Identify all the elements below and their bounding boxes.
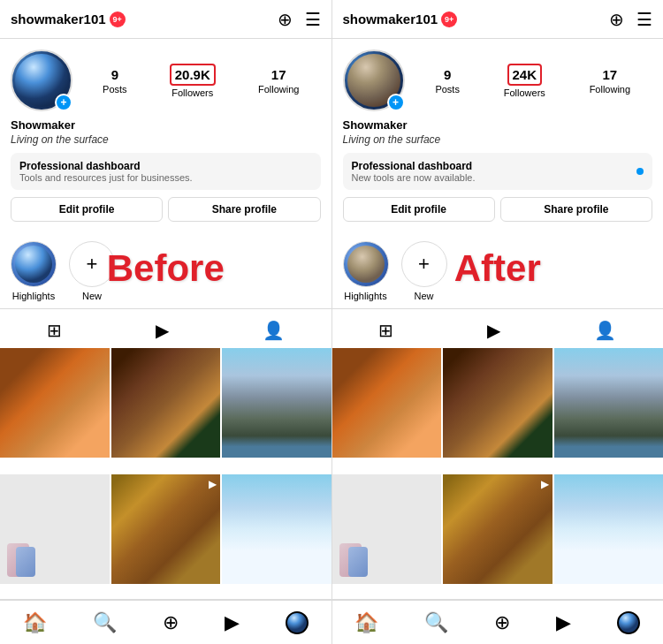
left-highlight-item-2[interactable]: + New (69, 241, 115, 301)
left-profile-nav[interactable] (286, 611, 309, 634)
left-profile-name: Showmaker (11, 118, 321, 132)
right-profile-nav[interactable] (617, 611, 640, 634)
left-profile-bio: Living on the surface (11, 133, 321, 146)
right-pro-dashboard-text: Professional dashboard New tools are now… (352, 160, 476, 183)
left-tagged-tab[interactable]: 👤 (255, 316, 292, 345)
right-add-icon[interactable]: ⊕ (494, 611, 510, 634)
left-stats-container: 9 Posts 20.9K Followers 17 Following (81, 64, 321, 98)
right-search-icon[interactable]: 🔍 (424, 611, 448, 634)
left-edit-profile-btn[interactable]: Edit profile (11, 197, 163, 222)
left-notification-badge: 9+ (110, 11, 126, 27)
left-grid-tab[interactable]: ⊞ (40, 316, 69, 345)
left-highlight-circle-1 (11, 241, 57, 287)
left-photo-grid: ▶ (0, 348, 332, 599)
right-grid-cell-6 (554, 474, 664, 584)
left-grid-cell-5: ▶ (111, 474, 221, 584)
right-tabs-row: ⊞ ▶ 👤 (332, 308, 664, 348)
left-following-label: Following (258, 84, 299, 95)
right-avatar-add[interactable]: + (387, 94, 405, 111)
left-reels-tab[interactable]: ▶ (149, 316, 176, 345)
left-button-row: Edit profile Share profile (11, 197, 321, 222)
right-new-circle: + (401, 241, 447, 287)
left-pro-dashboard[interactable]: Professional dashboard Tools and resourc… (11, 153, 321, 190)
right-reels-tab[interactable]: ▶ (480, 316, 507, 345)
right-tagged-tab[interactable]: 👤 (587, 316, 623, 345)
right-profile-section: + 9 Posts 24K Followers 17 Following (332, 39, 664, 238)
right-notification-badge: 9+ (441, 11, 457, 27)
right-highlight-label-1: Highlights (344, 291, 386, 301)
left-new-circle: + (69, 241, 115, 287)
left-username: showmaker101 9+ (11, 11, 126, 27)
right-pro-title: Professional dashboard (352, 160, 476, 172)
right-profile-name: Showmaker (343, 118, 653, 132)
left-pro-subtitle: Tools and resources just for businesses. (19, 172, 193, 183)
right-following-label: Following (590, 84, 630, 95)
left-posts-value: 9 (111, 67, 118, 82)
right-pro-subtitle: New tools are now available. (352, 172, 476, 183)
left-grid-cell-2 (111, 348, 221, 458)
left-tabs-row: ⊞ ▶ 👤 (0, 308, 332, 348)
left-nav-icons: ⊕ ☰ (278, 9, 321, 30)
right-grid-cell-3 (554, 348, 664, 458)
right-highlight-item-1[interactable]: Highlights (343, 241, 389, 301)
right-following-value: 17 (603, 67, 618, 82)
right-posts-label: Posts (435, 84, 460, 95)
left-pro-title: Professional dashboard (19, 160, 193, 172)
right-bottom-nav: 🏠 🔍 ⊕ ▶ (332, 600, 664, 644)
right-highlight-item-2[interactable]: + New (401, 241, 447, 301)
left-following-value: 17 (271, 67, 286, 82)
right-pro-dashboard[interactable]: Professional dashboard New tools are now… (343, 153, 653, 190)
right-grid-cell-4 (332, 474, 442, 584)
right-grid-cell-1 (332, 348, 442, 458)
add-post-icon[interactable]: ⊕ (278, 9, 293, 30)
right-photo-grid: ▶ (332, 348, 664, 599)
right-posts-value: 9 (444, 67, 451, 82)
left-highlight-label-2: New (82, 291, 102, 301)
right-grid-tab[interactable]: ⊞ (371, 316, 400, 345)
left-highlight-label-1: Highlights (12, 291, 55, 301)
right-stats-container: 9 Posts 24K Followers 17 Following (414, 64, 653, 98)
left-reels-nav-icon[interactable]: ▶ (225, 611, 240, 634)
right-highlights-row: Highlights + New (332, 238, 664, 308)
right-reels-nav-icon[interactable]: ▶ (556, 611, 571, 634)
left-pro-dashboard-text: Professional dashboard Tools and resourc… (19, 160, 193, 183)
left-stat-followers: 20.9K Followers (170, 64, 216, 98)
right-add-post-icon[interactable]: ⊕ (609, 9, 624, 30)
right-stat-followers: 24K Followers (504, 64, 545, 98)
right-home-icon[interactable]: 🏠 (354, 611, 378, 634)
left-avatar-add[interactable]: + (55, 94, 72, 111)
right-followers-label: Followers (504, 87, 545, 98)
left-video-badge-5: ▶ (209, 478, 217, 490)
left-search-icon[interactable]: 🔍 (93, 611, 117, 634)
bottom-nav-container: 🏠 🔍 ⊕ ▶ 🏠 🔍 ⊕ ▶ (0, 599, 663, 644)
left-bottom-nav: 🏠 🔍 ⊕ ▶ (0, 600, 332, 644)
right-video-badge-5: ▶ (541, 478, 549, 490)
left-grid-cell-3 (222, 348, 332, 458)
left-share-profile-btn[interactable]: Share profile (168, 197, 320, 222)
left-panel: showmaker101 9+ ⊕ ☰ + 9 P (0, 0, 332, 599)
right-pro-dot (636, 168, 644, 175)
left-home-icon[interactable]: 🏠 (23, 611, 47, 634)
menu-icon[interactable]: ☰ (305, 9, 321, 30)
left-stat-following: 17 Following (258, 67, 299, 95)
right-edit-profile-btn[interactable]: Edit profile (343, 197, 495, 222)
main-container: showmaker101 9+ ⊕ ☰ + 9 P (0, 0, 663, 599)
right-nav-avatar (617, 611, 640, 634)
right-nav-icons: ⊕ ☰ (609, 9, 652, 30)
left-grid-cell-6 (222, 474, 332, 584)
left-top-nav: showmaker101 9+ ⊕ ☰ (0, 0, 332, 39)
right-username: showmaker101 9+ (343, 11, 458, 27)
right-menu-icon[interactable]: ☰ (636, 9, 652, 30)
left-posts-label: Posts (103, 84, 127, 95)
right-share-profile-btn[interactable]: Share profile (500, 197, 652, 222)
right-highlight-circle-1 (343, 241, 389, 287)
left-stat-posts: 9 Posts (103, 67, 127, 95)
left-profile-section: + 9 Posts 20.9K Followers 17 Following (0, 39, 332, 238)
left-add-icon[interactable]: ⊕ (163, 611, 179, 634)
right-avatar-container: + (343, 49, 405, 111)
right-profile-bio: Living on the surface (343, 133, 653, 146)
left-highlight-item-1[interactable]: Highlights (11, 241, 57, 301)
right-followers-value: 24K (507, 64, 543, 86)
right-grid-cell-5: ▶ (443, 474, 552, 584)
left-followers-value: 20.9K (170, 64, 216, 86)
